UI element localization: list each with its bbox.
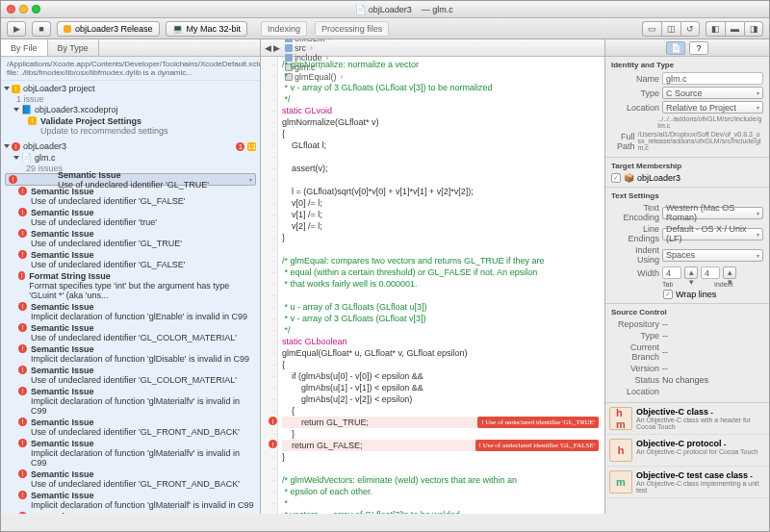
issue-item[interactable]: !Semantic IssueImplicit declaration of f… — [5, 343, 256, 365]
window-title: 📄 objLoader3 — glm.c — [45, 5, 763, 14]
indent-select[interactable]: Spaces — [662, 249, 763, 262]
tab-by-file[interactable]: By File — [1, 39, 48, 56]
traffic-lights — [7, 5, 40, 13]
inspector: 📄 ? Identity and Type Nameglm.c TypeC So… — [605, 39, 769, 514]
jump-bar[interactable]: ◀ ▶ objLoader3addonsofxGLMsrcincludeglm.… — [261, 39, 604, 57]
titlebar: 📄 objLoader3 — glm.c — [1, 1, 769, 18]
issue-item[interactable]: !Semantic IssueUse of undeclared identif… — [5, 186, 256, 207]
toggle-debug-button[interactable]: ▬ — [725, 21, 744, 37]
scheme-icon — [64, 25, 71, 33]
issue-item[interactable]: !Semantic IssueUse of undeclared identif… — [5, 469, 256, 490]
issue-item[interactable]: !Semantic IssueUse of undeclared identif… — [5, 228, 256, 249]
path-info: /Applications/Xcode.app/Contents/Develop… — [1, 57, 260, 81]
indent-width-field[interactable]: 4 — [701, 266, 720, 279]
issue-item[interactable]: !Semantic IssueUse of undeclared identif… — [5, 322, 256, 343]
issue-item[interactable]: !Semantic IssueImplicit declaration of f… — [5, 438, 256, 469]
file-inspector-tab[interactable]: 📄 — [666, 41, 685, 55]
scheme-selector[interactable]: objLoader3 Release — [57, 21, 160, 37]
back-icon[interactable]: ◀ — [265, 43, 271, 53]
target-checkbox[interactable]: ✓ — [611, 173, 621, 183]
issues-list[interactable]: !objLoader3 project 1 issue 📘 objLoader3… — [1, 81, 260, 514]
wrap-checkbox[interactable]: ✓ — [663, 290, 673, 299]
type-select[interactable]: C Source — [662, 87, 763, 99]
activity-view: Indexing Processing files — [253, 21, 636, 37]
issue-item[interactable]: !Semantic IssueUse of undeclared identif… — [5, 249, 256, 270]
navigator: By File By Type /Applications/Xcode.app/… — [1, 39, 261, 514]
issue-item[interactable]: !Semantic IssueUse of undeclared identif… — [5, 365, 256, 386]
tab-by-type[interactable]: By Type — [48, 39, 99, 56]
minimize-icon[interactable] — [19, 5, 28, 13]
issue-item[interactable]: !Semantic IssueImplicit declaration of f… — [5, 386, 256, 417]
selected-issue[interactable]: !Semantic IssueUse of undeclared identif… — [5, 173, 256, 186]
issue-item[interactable]: !Semantic IssueImplicit declaration of f… — [5, 301, 256, 322]
editor-assistant-button[interactable]: ◫ — [661, 21, 680, 37]
issue-item[interactable]: !Semantic IssueUse of undeclared identif… — [5, 417, 256, 438]
encoding-select[interactable]: Western (Mac OS Roman) — [662, 207, 763, 219]
name-field[interactable]: glm.c — [662, 72, 763, 85]
help-inspector-tab[interactable]: ? — [689, 41, 708, 55]
library-item[interactable]: m Objective-C test case class - An Objec… — [605, 467, 769, 498]
editor: ◀ ▶ objLoader3addonsofxGLMsrcincludeglm.… — [261, 39, 605, 514]
editor-version-button[interactable]: ↺ — [680, 21, 700, 37]
issue-item[interactable]: !Semantic IssueUse of undeclared identif… — [5, 511, 256, 514]
toggle-navigator-button[interactable]: ◧ — [706, 21, 725, 37]
close-icon[interactable] — [7, 5, 15, 13]
library-item[interactable]: hm Objective-C class - An Objective-C cl… — [605, 403, 769, 435]
stop-button[interactable]: ■ — [32, 21, 51, 37]
error-icon: ! — [12, 142, 20, 151]
indent-stepper[interactable]: ▴▾ — [723, 266, 736, 279]
toolbar: ▶ ■ objLoader3 Release 💻My Mac 32-bit In… — [1, 18, 769, 39]
line-endings-select[interactable]: Default - OS X / Unix (LF) — [662, 228, 763, 241]
zoom-icon[interactable] — [32, 5, 40, 13]
forward-icon[interactable]: ▶ — [273, 43, 280, 53]
destination-selector[interactable]: 💻My Mac 32-bit — [166, 21, 248, 37]
library-item[interactable]: h Objective-C protocol - An Objective-C … — [605, 435, 769, 467]
warning-icon: ! — [12, 85, 20, 93]
tab-stepper[interactable]: ▴▾ — [684, 266, 698, 279]
issue-item[interactable]: !Semantic IssueImplicit declaration of f… — [5, 490, 256, 511]
issue-item[interactable]: !Format String IssueFormat specifies typ… — [5, 270, 256, 301]
location-select[interactable]: Relative to Project — [662, 101, 763, 114]
toggle-utilities-button[interactable]: ◨ — [744, 21, 763, 37]
issue-item[interactable]: !Semantic IssueUse of undeclared identif… — [5, 207, 256, 228]
source-editor[interactable]: ········································… — [261, 57, 604, 514]
editor-standard-button[interactable]: ▭ — [642, 21, 661, 37]
run-button[interactable]: ▶ — [7, 21, 26, 37]
tab-width-field[interactable]: 4 — [662, 266, 681, 279]
